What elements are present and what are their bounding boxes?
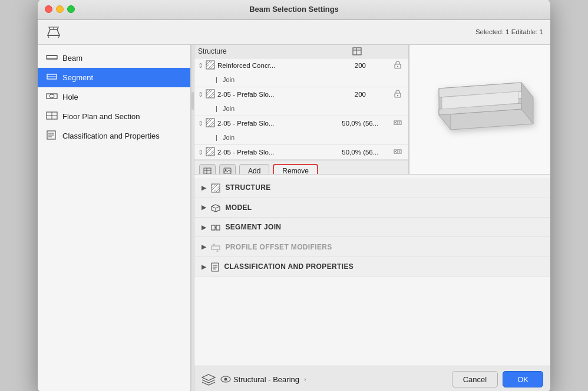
svg-marker-99	[202, 374, 215, 380]
section-structure[interactable]: ▶ STRUCTURE	[194, 178, 550, 198]
section-join-icon	[211, 222, 220, 232]
section-segment-join[interactable]: ▶ SEGMENT JOIN	[194, 218, 550, 237]
structural-bearing-label: Structural - Bearing	[233, 375, 299, 384]
row-lock-icon	[391, 90, 405, 100]
floorplan-icon	[46, 111, 58, 122]
beam-3d-preview	[421, 71, 539, 147]
section-label-structure: STRUCTURE	[225, 183, 270, 192]
section-doc-icon	[211, 262, 219, 272]
section-label-profile-offset: PROFILE OFFSET MODIFIERS	[225, 243, 332, 251]
hole-icon	[46, 91, 58, 103]
sections-area: ▶ STRUCTURE	[194, 175, 550, 366]
sidebar-label-classification: Classification and Properties	[62, 132, 160, 140]
remove-button[interactable]: Remove	[273, 164, 318, 173]
row-value: 50,0% (56...	[332, 149, 388, 156]
bottom-right: Cancel OK	[452, 371, 543, 387]
table-join-row: | Join	[194, 73, 408, 87]
table-area: Structure ⇕	[194, 45, 409, 174]
col-header-structure: Structure	[198, 47, 323, 55]
table-image-icon-btn[interactable]	[219, 164, 236, 173]
row-split-icon	[391, 147, 405, 157]
close-button[interactable]	[45, 5, 52, 13]
svg-line-51	[399, 121, 400, 123]
svg-rect-40	[206, 119, 214, 127]
section-model[interactable]: ▶ MODEL	[194, 198, 550, 218]
table-actions: Add Remove	[194, 160, 408, 173]
window-title: Beam Selection Settings	[249, 5, 339, 14]
section-classification-props[interactable]: ▶ CLASSIFICATION AND PROPERTIES	[194, 257, 550, 277]
section-arrow-segment-join: ▶	[201, 224, 206, 231]
svg-marker-0	[48, 29, 60, 35]
svg-point-101	[224, 378, 227, 381]
svg-point-11	[49, 94, 54, 98]
table-row[interactable]: ⇕	[194, 116, 408, 130]
col-header-display	[326, 47, 388, 56]
row-name: Reinforced Concr...	[217, 62, 330, 69]
svg-line-49	[395, 121, 397, 123]
cancel-button[interactable]: Cancel	[452, 371, 498, 387]
maximize-button[interactable]	[67, 5, 75, 13]
row-split-icon	[391, 119, 405, 129]
svg-rect-19	[353, 48, 361, 55]
main-window: Beam Selection Settings Selected: 1 Edit…	[38, 0, 550, 391]
table-header: Structure	[194, 45, 408, 59]
svg-line-65	[399, 152, 400, 153]
sidebar: Beam Segment	[38, 45, 191, 392]
table-row[interactable]: ⇕	[194, 58, 408, 73]
table-join-row: | Join	[194, 130, 408, 144]
row-hatch-icon	[206, 60, 215, 71]
table-row-group-2: ⇕	[194, 87, 408, 116]
table-row[interactable]: ⇕	[194, 87, 408, 101]
section-arrow-model: ▶	[201, 204, 206, 211]
svg-point-70	[225, 169, 226, 170]
sidebar-label-beam: Beam	[62, 54, 82, 63]
section-label-classification: CLASSIFICATION AND PROPERTIES	[224, 262, 354, 271]
toolbar: Selected: 1 Editable: 1	[38, 20, 550, 45]
table-view-icon-btn[interactable]	[199, 164, 216, 173]
sidebar-item-beam[interactable]: Beam	[38, 48, 190, 68]
table-join-row: | Join	[194, 101, 408, 116]
join-label: | Join	[198, 134, 234, 141]
svg-point-39	[397, 95, 398, 96]
add-button[interactable]: Add	[239, 164, 269, 173]
join-label: | Join	[198, 105, 234, 112]
minimize-button[interactable]	[56, 5, 64, 13]
titlebar: Beam Selection Settings	[38, 0, 550, 20]
svg-rect-90	[216, 225, 220, 230]
table-row[interactable]: ⇕	[194, 145, 408, 159]
toolbar-left	[45, 23, 62, 41]
section-arrow-structure: ▶	[201, 185, 206, 191]
svg-rect-78	[212, 184, 220, 192]
sidebar-item-segment[interactable]: Segment	[38, 68, 190, 87]
row-lock-icon	[391, 61, 405, 71]
svg-line-63	[395, 152, 397, 153]
bottom-left: Structural - Bearing ›	[201, 373, 306, 385]
table-row-group-1: ⇕	[194, 58, 408, 87]
table-row-group-4: ⇕	[194, 145, 408, 160]
toolbar-beam-icon[interactable]	[45, 23, 62, 41]
sidebar-label-floorplan: Floor Plan and Section	[62, 112, 140, 121]
sidebar-item-floorplan[interactable]: Floor Plan and Section	[38, 107, 190, 126]
beam-preview-box	[409, 45, 550, 174]
svg-rect-53	[206, 147, 214, 156]
selected-info: Selected: 1 Editable: 1	[475, 28, 543, 35]
row-value: 50,0% (56...	[332, 120, 388, 127]
sidebar-label-segment: Segment	[62, 73, 93, 82]
svg-line-52	[399, 123, 400, 124]
sidebar-item-hole[interactable]: Hole	[38, 87, 190, 107]
content-area: Beam Segment	[38, 45, 550, 392]
traffic-lights	[45, 5, 75, 13]
visibility-control[interactable]: Structural - Bearing ›	[220, 375, 306, 384]
row-hatch-icon	[206, 118, 215, 129]
row-sort-icon: ⇕	[198, 120, 203, 127]
table-row-group-3: ⇕	[194, 116, 408, 145]
section-profile-offset[interactable]: ▶ PROFILE OFFSET MODIFIERS	[194, 237, 550, 257]
svg-rect-92	[212, 246, 220, 249]
row-name: 2-05 - Prefab Slo...	[217, 91, 330, 98]
row-sort-icon: ⇕	[198, 62, 203, 70]
sidebar-item-classification[interactable]: Classification and Properties	[38, 126, 190, 146]
section-arrow-classification: ▶	[201, 264, 206, 270]
ok-button[interactable]: OK	[503, 371, 543, 387]
section-box-icon	[211, 203, 220, 212]
row-value: 200	[332, 62, 388, 69]
